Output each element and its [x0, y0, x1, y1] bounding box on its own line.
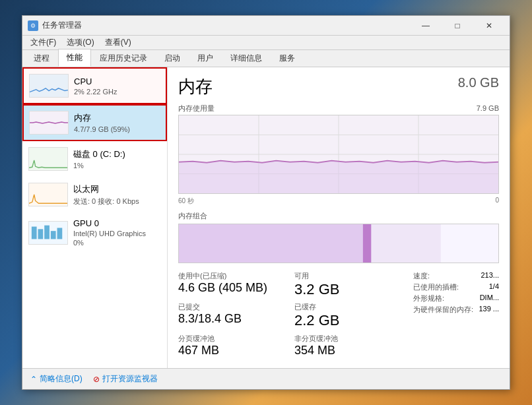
svg-rect-1: [30, 111, 68, 134]
right-stat-slots-value: 1/4: [489, 282, 499, 292]
cpu-info: CPU 2% 2.22 GHz: [74, 77, 160, 96]
stat-nonpaged-label: 非分页缓冲池: [294, 334, 403, 344]
main-title: 内存: [178, 75, 213, 98]
stat-cached-label: 已缓存: [294, 302, 403, 312]
sidebar-item-memory[interactable]: 内存 4.7/7.9 GB (59%): [22, 104, 167, 141]
tab-app-history[interactable]: 应用历史记录: [91, 49, 156, 67]
chart-labels: 60 秒 0: [178, 197, 499, 206]
svg-rect-5: [32, 226, 37, 239]
right-stat-speed: 速度: 213...: [413, 271, 499, 281]
menu-bar: 文件(F) 选项(O) 查看(V): [22, 36, 510, 50]
sidebar-item-gpu[interactable]: GPU 0 Intel(R) UHD Graphics 0%: [22, 212, 167, 253]
tab-performance[interactable]: 性能: [58, 49, 91, 67]
disk-info: 磁盘 0 (C: D:) 1%: [73, 148, 161, 170]
svg-rect-2: [29, 148, 67, 170]
svg-rect-21: [371, 224, 440, 263]
tab-startup[interactable]: 启动: [156, 49, 189, 67]
tab-bar: 进程 性能 应用历史记录 启动 用户 详细信息 服务: [22, 50, 510, 67]
sidebar-item-disk[interactable]: 磁盘 0 (C: D:) 1%: [22, 141, 167, 177]
right-stat-form-label: 外形规格:: [413, 294, 444, 303]
stat-nonpaged-value: 354 MB: [294, 344, 403, 358]
usage-max: 7.9 GB: [477, 104, 499, 112]
maximize-button[interactable]: □: [442, 16, 473, 36]
svg-rect-0: [30, 75, 68, 97]
stat-paged-pool: 分页缓冲池 467 MB: [178, 334, 286, 358]
disk-stat: 1%: [73, 162, 161, 170]
right-stat-hw-label: 为硬件保留的内存:: [413, 305, 473, 315]
tab-services[interactable]: 服务: [271, 49, 304, 67]
disk-thumb: [28, 147, 68, 171]
stats-container: 使用中(已压缩) 4.6 GB (405 MB) 可用 3.2 GB 已提交 8…: [178, 268, 499, 358]
task-manager-window: ⚙ 任务管理器 — □ ✕ 文件(F) 选项(O) 查看(V) 进程 性能 应用…: [22, 15, 510, 390]
right-stat-speed-value: 213...: [481, 271, 499, 281]
stat-cached: 已缓存 2.2 GB: [294, 302, 403, 329]
main-capacity: 8.0 GB: [458, 75, 499, 90]
stat-committed-value: 8.3/18.4 GB: [178, 312, 286, 327]
gpu-stat-line1: Intel(R) UHD Graphics: [73, 230, 161, 237]
tab-process[interactable]: 进程: [25, 49, 58, 67]
tab-users[interactable]: 用户: [189, 49, 222, 67]
open-resource-monitor-button[interactable]: ⊘ 打开资源监视器: [93, 373, 158, 385]
main-header: 内存 8.0 GB: [178, 75, 499, 98]
stat-cached-value: 2.2 GB: [294, 312, 403, 329]
resource-monitor-label: 打开资源监视器: [102, 373, 158, 385]
tab-details[interactable]: 详细信息: [222, 49, 271, 67]
stat-available: 可用 3.2 GB: [294, 271, 403, 298]
stat-paged-value: 467 MB: [178, 344, 286, 358]
right-stat-slots-label: 已使用的插槽:: [413, 282, 459, 292]
menu-view[interactable]: 查看(V): [100, 36, 137, 49]
close-button[interactable]: ✕: [474, 16, 504, 36]
network-name: 以太网: [73, 183, 161, 195]
cpu-stat: 2% 2.22 GHz: [74, 88, 160, 96]
svg-marker-17: [179, 161, 498, 193]
chart-time-right: 0: [495, 197, 499, 206]
memory-usage-chart: [178, 115, 499, 194]
window-title: 任务管理器: [42, 20, 411, 31]
svg-rect-20: [363, 224, 372, 263]
stat-available-label: 可用: [294, 271, 403, 281]
memory-combo-chart: [178, 224, 499, 263]
network-info: 以太网 发送: 0 接收: 0 Kbps: [73, 183, 161, 206]
disk-name: 磁盘 0 (C: D:): [73, 148, 161, 160]
stats-right: 速度: 213... 已使用的插槽: 1/4 外形规格: DIM... 为硬件保…: [413, 271, 499, 358]
sidebar-item-cpu[interactable]: CPU 2% 2.22 GHz: [22, 67, 167, 104]
network-stat: 发送: 0 接收: 0 Kbps: [73, 197, 161, 206]
content-area: CPU 2% 2.22 GHz 内存 4.7/7.9 GB (59%): [22, 67, 510, 368]
stat-paged-label: 分页缓冲池: [178, 334, 286, 344]
cpu-name: CPU: [74, 77, 160, 86]
minimize-button[interactable]: —: [411, 16, 441, 36]
stat-used-value: 4.6 GB (405 MB): [178, 281, 286, 296]
chart-time-left: 60 秒: [178, 197, 194, 206]
sidebar-item-network[interactable]: 以太网 发送: 0 接收: 0 Kbps: [22, 177, 167, 212]
right-stat-form: 外形规格: DIM...: [413, 294, 499, 303]
cpu-thumb: [29, 74, 69, 98]
stat-committed: 已提交 8.3/18.4 GB: [178, 302, 286, 329]
usage-label: 内存使用量: [178, 104, 215, 113]
right-stat-slots: 已使用的插槽: 1/4: [413, 282, 499, 292]
stats-grid: 使用中(已压缩) 4.6 GB (405 MB) 可用 3.2 GB 已提交 8…: [178, 271, 403, 358]
menu-file[interactable]: 文件(F): [25, 36, 61, 49]
right-stat-hw-reserved: 为硬件保留的内存: 139 ...: [413, 305, 499, 315]
gpu-stat-line2: 0%: [73, 239, 161, 247]
menu-options[interactable]: 选项(O): [61, 36, 99, 49]
summary-info-button[interactable]: ⌃ 简略信息(D): [30, 373, 83, 385]
window-controls: — □ ✕: [411, 16, 504, 36]
stat-committed-label: 已提交: [178, 302, 286, 312]
svg-rect-6: [38, 229, 44, 239]
right-stat-form-value: DIM...: [480, 294, 499, 303]
svg-rect-7: [44, 225, 50, 239]
gpu-thumb: [28, 221, 68, 245]
svg-rect-8: [51, 231, 56, 239]
sidebar: CPU 2% 2.22 GHz 内存 4.7/7.9 GB (59%): [22, 67, 168, 368]
combo-label: 内存组合: [178, 211, 499, 221]
gpu-info: GPU 0 Intel(R) UHD Graphics 0%: [73, 218, 161, 247]
chevron-up-icon: ⌃: [30, 375, 37, 384]
stat-used: 使用中(已压缩) 4.6 GB (405 MB): [178, 271, 286, 298]
stats-left: 使用中(已压缩) 4.6 GB (405 MB) 可用 3.2 GB 已提交 8…: [178, 268, 403, 358]
memory-thumb: [29, 111, 69, 135]
memory-name: 内存: [74, 112, 160, 124]
main-panel: 内存 8.0 GB 内存使用量 7.9 GB: [168, 67, 510, 368]
app-icon: ⚙: [28, 20, 38, 31]
right-stat-speed-label: 速度:: [413, 271, 430, 281]
bottom-bar: ⌃ 简略信息(D) ⊘ 打开资源监视器: [22, 368, 510, 389]
